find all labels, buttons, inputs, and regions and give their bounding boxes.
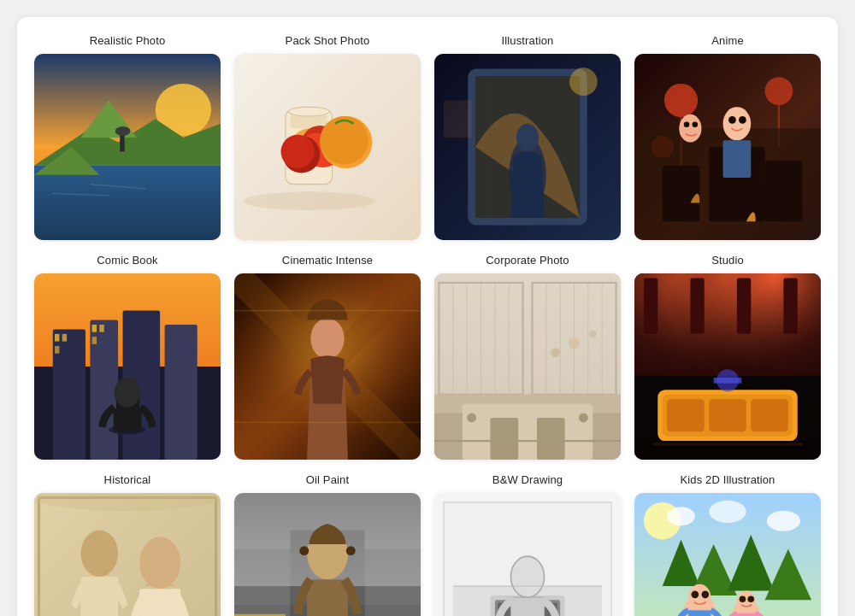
svg-point-43 xyxy=(739,116,746,124)
svg-rect-146 xyxy=(510,597,544,616)
card-image-wrap-historical xyxy=(34,493,221,616)
card-image-realistic-photo xyxy=(34,54,221,240)
svg-rect-37 xyxy=(634,128,821,240)
svg-point-16 xyxy=(299,133,333,167)
svg-point-42 xyxy=(728,116,736,124)
svg-point-122 xyxy=(139,537,180,589)
svg-rect-53 xyxy=(165,325,198,460)
card-label-bw-drawing: B&W Drawing xyxy=(492,473,563,486)
svg-point-171 xyxy=(747,595,754,602)
svg-rect-73 xyxy=(434,273,621,395)
svg-rect-25 xyxy=(475,76,580,218)
svg-rect-22 xyxy=(434,54,621,240)
svg-rect-87 xyxy=(463,404,593,460)
svg-rect-141 xyxy=(453,586,602,616)
svg-rect-98 xyxy=(634,273,821,460)
svg-rect-119 xyxy=(34,493,221,616)
card-image-wrap-studio xyxy=(634,273,821,460)
card-image-wrap-comic-book xyxy=(34,273,221,460)
svg-rect-28 xyxy=(490,76,491,218)
svg-rect-40 xyxy=(765,161,803,221)
card-realistic-photo[interactable]: Realistic Photo xyxy=(34,34,221,240)
svg-rect-11 xyxy=(286,109,333,184)
svg-point-93 xyxy=(579,414,588,423)
svg-point-155 xyxy=(709,501,746,523)
svg-point-14 xyxy=(303,126,344,167)
svg-rect-88 xyxy=(434,414,463,461)
svg-point-168 xyxy=(737,590,756,613)
card-corporate-photo[interactable]: Corporate Photo xyxy=(434,254,621,460)
svg-point-69 xyxy=(310,318,344,359)
svg-rect-102 xyxy=(634,273,821,460)
svg-marker-161 xyxy=(765,549,812,600)
svg-rect-90 xyxy=(490,418,518,460)
svg-point-120 xyxy=(81,531,119,578)
svg-point-33 xyxy=(765,77,793,105)
card-oil-paint[interactable]: Oil Paint xyxy=(234,473,421,616)
svg-rect-56 xyxy=(55,346,59,354)
svg-rect-24 xyxy=(475,76,580,218)
card-studio[interactable]: Studio xyxy=(634,254,821,460)
card-kids-2d-illustration[interactable]: Kids 2D Illustration xyxy=(634,473,821,616)
svg-rect-58 xyxy=(99,325,103,332)
svg-rect-133 xyxy=(314,531,342,544)
svg-rect-6 xyxy=(120,133,124,152)
svg-rect-112 xyxy=(751,399,788,431)
svg-point-163 xyxy=(688,584,711,611)
svg-point-166 xyxy=(701,590,709,598)
card-anime[interactable]: Anime xyxy=(634,34,821,240)
svg-point-60 xyxy=(109,425,146,435)
svg-point-20 xyxy=(320,116,369,165)
svg-rect-108 xyxy=(657,390,798,441)
card-image-comic-book xyxy=(34,273,221,460)
svg-rect-66 xyxy=(234,273,421,460)
svg-rect-50 xyxy=(53,329,86,460)
svg-rect-54 xyxy=(55,334,59,342)
card-bw-drawing[interactable]: B&W Drawing xyxy=(434,473,621,616)
svg-marker-3 xyxy=(34,119,221,166)
svg-point-135 xyxy=(346,546,356,555)
card-illustration[interactable]: Illustration xyxy=(434,34,621,240)
svg-rect-99 xyxy=(634,273,821,376)
card-image-wrap-oil-paint xyxy=(234,493,421,616)
svg-rect-104 xyxy=(690,278,704,333)
svg-rect-164 xyxy=(688,610,711,616)
svg-marker-158 xyxy=(663,540,700,587)
card-historical[interactable]: Historical xyxy=(34,473,221,616)
card-image-wrap-bw-drawing xyxy=(434,493,621,616)
card-image-wrap-pack-shot-photo xyxy=(234,54,421,240)
card-cinematic-intense[interactable]: Cinematic Intense xyxy=(234,254,421,460)
svg-point-167 xyxy=(732,598,760,616)
svg-point-145 xyxy=(510,556,544,597)
svg-point-30 xyxy=(569,67,598,96)
svg-rect-12 xyxy=(290,114,327,128)
svg-point-27 xyxy=(516,124,539,152)
svg-point-1 xyxy=(156,84,211,136)
svg-rect-144 xyxy=(498,603,557,616)
card-image-wrap-realistic-photo xyxy=(34,54,221,240)
svg-line-68 xyxy=(234,273,421,460)
svg-rect-105 xyxy=(737,278,751,333)
card-image-anime xyxy=(634,54,821,240)
card-comic-book[interactable]: Comic Book xyxy=(34,254,221,460)
card-image-historical xyxy=(34,493,221,616)
svg-rect-100 xyxy=(634,273,821,460)
svg-rect-130 xyxy=(290,531,364,616)
svg-rect-91 xyxy=(537,418,565,460)
svg-point-154 xyxy=(667,507,695,525)
svg-point-34 xyxy=(652,136,674,158)
svg-rect-123 xyxy=(139,589,180,616)
svg-point-7 xyxy=(115,126,130,136)
svg-point-45 xyxy=(679,114,701,143)
svg-point-13 xyxy=(288,107,329,116)
svg-point-26 xyxy=(509,138,546,212)
card-pack-shot-photo[interactable]: Pack Shot Photo xyxy=(234,34,421,240)
svg-rect-128 xyxy=(234,549,290,616)
card-label-cinematic-intense: Cinematic Intense xyxy=(282,254,373,267)
svg-point-96 xyxy=(551,348,560,357)
svg-point-32 xyxy=(664,84,698,117)
svg-rect-143 xyxy=(495,600,560,616)
svg-rect-169 xyxy=(737,613,756,616)
svg-rect-74 xyxy=(439,283,522,395)
svg-line-67 xyxy=(234,273,421,460)
